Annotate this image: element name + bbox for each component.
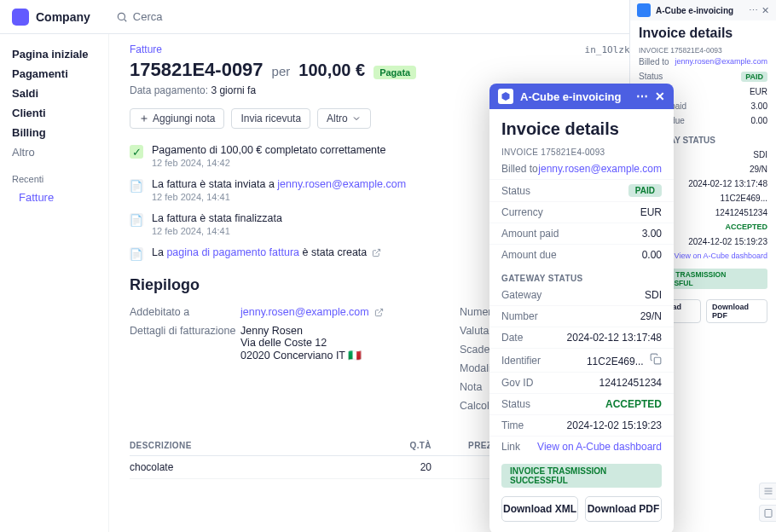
billed-to-label: Addebitato a <box>130 306 240 318</box>
modal-title: Invoice details <box>489 109 674 146</box>
sidebar-recent-label: Recenti <box>12 174 108 184</box>
modal-identifier-label: Identifier <box>501 355 541 367</box>
drawer-dashboard-link[interactable]: View on A-Cube dashboard <box>675 252 767 261</box>
copy-icon[interactable] <box>650 353 662 365</box>
modal-billed-to-email[interactable]: jenny.rosen@example.com <box>538 163 662 175</box>
company-name: Company <box>36 10 90 24</box>
modal-dashboard-link[interactable]: View on A-Cube dashboard <box>537 441 662 453</box>
sidebar-item-more[interactable]: Altro <box>12 142 108 162</box>
modal-gateway-label: Gateway <box>501 289 541 301</box>
modal-amount-due-value: 0.00 <box>642 249 662 261</box>
modal-number-label: Number <box>501 310 538 322</box>
check-icon: ✓ <box>130 145 143 159</box>
sidebar-item-billing[interactable]: Billing <box>12 123 108 142</box>
modal-invoice-label: INVOICE 175821E4-0093 <box>489 146 674 159</box>
plus-icon <box>139 113 149 124</box>
svg-rect-14 <box>654 357 661 364</box>
side-tab-list-icon[interactable] <box>759 483 776 500</box>
document-icon: 📄 <box>130 247 143 261</box>
sidebar-item-customers[interactable]: Clienti <box>12 103 108 123</box>
close-icon[interactable]: ✕ <box>655 90 665 103</box>
paid-badge: Pagata <box>374 66 416 79</box>
timeline-email-link[interactable]: jenny.rosen@example.com <box>277 178 406 190</box>
drawer-paid-badge: PAID <box>741 72 767 82</box>
th-desc: DESCRIZIONE <box>130 441 380 450</box>
modal-transmission-badge: INVOICE TRASMISSION SUCCESSFUL <box>501 464 662 488</box>
modal-identifier-value: 11C2E469... <box>587 353 662 367</box>
modal-amount-paid-value: 3.00 <box>642 228 662 240</box>
sidebar-item-balances[interactable]: Saldi <box>12 84 108 103</box>
th-qty: Q.TÀ <box>380 441 431 450</box>
modal-currency-label: Currency <box>501 206 543 218</box>
drawer-download-pdf[interactable]: Download PDF <box>706 299 767 323</box>
billing-addr1: Via delle Coste 12 <box>240 337 426 349</box>
search-placeholder: Cerca <box>133 10 163 23</box>
drawer-app-name: A-Cube e-invoicing <box>656 6 733 15</box>
modal-paid-badge: PAID <box>628 184 662 197</box>
drawer-invoice-label: INVOICE 175821E4-0093 <box>630 46 776 55</box>
invoice-amount: 100,00 € <box>298 61 365 80</box>
search-input[interactable]: Cerca <box>116 10 640 23</box>
sidebar-item-home[interactable]: Pagina iniziale <box>12 44 108 64</box>
sidebar: Pagina iniziale Pagamenti Saldi Clienti … <box>0 34 109 532</box>
acube-app-icon <box>637 3 651 17</box>
drawer-billed-to[interactable]: jenny.rosen@example.com <box>675 57 767 66</box>
modal-accepted-badge: ACCEPTED <box>605 398 662 410</box>
timeline-page-link[interactable]: pagina di pagamento fattura <box>166 246 299 258</box>
svg-point-0 <box>118 13 125 20</box>
billing-addr2: 02020 Concerviano IT 🇮🇹 <box>240 349 426 361</box>
modal-currency-value: EUR <box>640 206 662 218</box>
modal-download-xml-button[interactable]: Download XML <box>501 496 578 522</box>
modal-date-label: Date <box>501 332 523 344</box>
send-receipt-button[interactable]: Invia ricevuta <box>231 108 310 129</box>
modal-link-label: Link <box>501 441 520 453</box>
modal-time-value: 2024-12-02 15:19:23 <box>567 419 662 431</box>
modal-gateway-value: SDI <box>645 289 662 301</box>
pay-date-label: Data pagamento: <box>130 84 208 96</box>
document-icon: 📄 <box>130 179 143 193</box>
svg-rect-18 <box>765 510 772 518</box>
billing-name: Jenny Rosen <box>240 325 426 337</box>
modal-amount-paid-label: Amount paid <box>501 228 559 240</box>
company-logo <box>12 9 29 26</box>
billing-details-label: Dettagli di fatturazione <box>130 325 240 361</box>
sidebar-item-payments[interactable]: Pagamenti <box>12 64 108 84</box>
chevron-down-icon <box>351 113 362 124</box>
more-button[interactable]: Altro <box>317 108 371 129</box>
document-icon: 📄 <box>130 213 143 227</box>
more-icon[interactable]: ⋯ <box>749 5 758 16</box>
per-label: per <box>272 64 291 78</box>
billed-to-email[interactable]: jenny.rosen@example.com <box>240 306 369 318</box>
sidebar-item-invoices[interactable]: Fatture <box>12 188 108 207</box>
invoice-number: 175821E4-0097 <box>130 59 263 81</box>
svg-line-1 <box>125 19 127 21</box>
svg-line-12 <box>379 309 383 314</box>
side-tabs <box>759 483 776 522</box>
modal-gov-id-value: 12412451234 <box>599 377 662 389</box>
svg-line-11 <box>375 250 379 254</box>
side-tab-doc-icon[interactable] <box>759 505 776 522</box>
modal-gov-id-label: Gov ID <box>501 377 533 389</box>
breadcrumb-invoices[interactable]: Fatture <box>130 43 162 55</box>
acube-app-icon <box>498 89 513 104</box>
modal-number-value: 29/N <box>640 310 662 322</box>
search-icon <box>116 11 128 23</box>
row-qty: 20 <box>380 461 431 473</box>
drawer-title: Invoice details <box>630 20 776 46</box>
modal-gateway-heading: Gateway status <box>489 265 674 285</box>
modal-amount-due-label: Amount due <box>501 249 557 261</box>
modal-status2-label: Status <box>501 398 530 410</box>
external-link-icon[interactable] <box>374 308 384 317</box>
modal-billed-to-label: Billed to <box>501 163 538 175</box>
modal-time-label: Time <box>501 419 524 431</box>
modal-invoice-details: A-Cube e-invoicing ⋯ ✕ Invoice details I… <box>489 84 674 532</box>
modal-download-pdf-button[interactable]: Download PDF <box>585 496 662 522</box>
add-note-button[interactable]: Aggiungi nota <box>130 108 224 129</box>
modal-status-label: Status <box>501 185 530 197</box>
modal-date-value: 2024-02-12 13:17:48 <box>567 332 662 344</box>
external-link-icon[interactable] <box>372 248 381 257</box>
more-icon[interactable]: ⋯ <box>636 90 648 103</box>
close-icon[interactable]: ✕ <box>762 5 769 16</box>
modal-app-name: A-Cube e-invoicing <box>520 90 621 103</box>
pay-date-value: 3 giorni fa <box>211 84 256 96</box>
